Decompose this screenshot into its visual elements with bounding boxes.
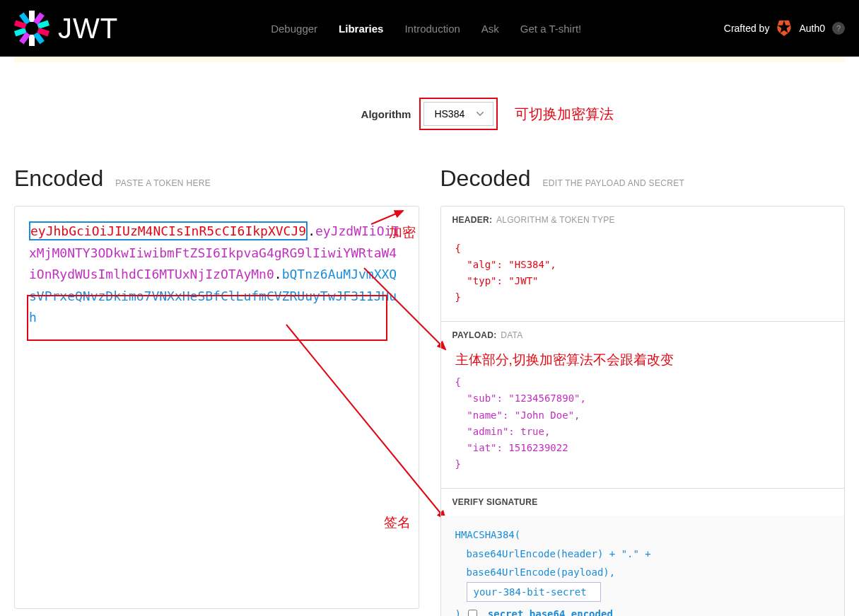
nav-link-libraries[interactable]: Libraries — [339, 23, 383, 35]
algorithm-select[interactable]: HS384 — [423, 102, 493, 126]
verify-section: VERIFY SIGNATURE HMACSHA384( base64UrlEn… — [441, 489, 845, 616]
header-heading: HEADER: ALGORITHM & TOKEN TYPE — [441, 207, 845, 233]
nav-right: Crafted by Auth0 ? — [724, 21, 845, 36]
help-icon[interactable]: ? — [832, 22, 845, 35]
encoded-column: Encoded PASTE A TOKEN HERE eyJhbGciOiJIU… — [14, 165, 419, 609]
header-sublabel: ALGORITHM & TOKEN TYPE — [496, 215, 615, 225]
algorithm-row: Algorithm HS384 可切换加密算法 — [14, 98, 845, 130]
auth0-icon[interactable] — [776, 21, 792, 36]
payload-json[interactable]: { "sub": "1234567890", "name": "John Doe… — [441, 367, 845, 488]
signature-block: HMACSHA384( base64UrlEncode(header) + ".… — [441, 516, 845, 616]
banner-strip — [14, 57, 845, 62]
decoded-column: Decoded EDIT THE PAYLOAD AND SECRET HEAD… — [440, 165, 846, 616]
decoded-subtitle: EDIT THE PAYLOAD AND SECRET — [542, 178, 684, 188]
auth0-label[interactable]: Auth0 — [799, 23, 825, 34]
algorithm-label: Algorithm — [361, 108, 411, 120]
encoded-title: Encoded PASTE A TOKEN HERE — [14, 165, 419, 192]
navbar: JWT Debugger Libraries Introduction Ask … — [0, 0, 859, 57]
secret-input[interactable] — [467, 582, 601, 602]
crafted-by-label: Crafted by — [724, 23, 770, 34]
payload-sublabel: DATA — [501, 330, 522, 340]
logo[interactable]: JWT — [14, 11, 118, 46]
header-label: HEADER: — [452, 215, 493, 225]
sig-line-2: base64UrlEncode(payload), — [455, 563, 831, 582]
token-header: eyJhbGciOiJIUzM4NCIsInR5cCI6IkpXVCJ9 — [30, 223, 306, 238]
sig-close-line: ) secret base64 encoded — [455, 605, 831, 616]
decoded-box: HEADER: ALGORITHM & TOKEN TYPE { "alg": … — [440, 206, 846, 616]
payload-section: PAYLOAD: DATA 主体部分,切换加密算法不会跟着改变 { "sub":… — [441, 322, 845, 489]
encoded-token-box[interactable]: eyJhbGciOiJIUzM4NCIsInR5cCI6IkpXVCJ9.eyJ… — [14, 206, 419, 609]
token-dot-1: . — [308, 223, 315, 238]
payload-label: PAYLOAD: — [452, 330, 497, 340]
nav-link-debugger[interactable]: Debugger — [271, 23, 317, 35]
annotation-algorithm: 可切换加密算法 — [515, 105, 614, 124]
sig-line-1: base64UrlEncode(header) + "." + — [455, 545, 831, 564]
payload-heading: PAYLOAD: DATA — [441, 322, 845, 349]
header-json[interactable]: { "alg": "HS384", "typ": "JWT" } — [441, 233, 845, 321]
header-section: HEADER: ALGORITHM & TOKEN TYPE { "alg": … — [441, 207, 845, 322]
secret-base64-label: secret base64 encoded — [488, 608, 613, 616]
sig-close-paren: ) — [455, 608, 461, 616]
nav-links: Debugger Libraries Introduction Ask Get … — [271, 23, 581, 35]
nav-link-tshirt[interactable]: Get a T-shirt! — [520, 23, 581, 35]
verify-heading: VERIFY SIGNATURE — [441, 489, 845, 516]
decoded-title-text: Decoded — [440, 165, 531, 191]
nav-link-ask[interactable]: Ask — [481, 23, 499, 35]
jwt-logo-icon — [14, 11, 49, 46]
encoded-subtitle: PASTE A TOKEN HERE — [115, 178, 211, 188]
token-dot-2: . — [274, 267, 282, 281]
sig-func: HMACSHA384( — [455, 525, 831, 545]
svg-rect-0 — [29, 11, 35, 22]
svg-rect-1 — [29, 35, 35, 46]
nav-link-introduction[interactable]: Introduction — [404, 23, 460, 35]
secret-base64-checkbox[interactable] — [468, 610, 477, 616]
token-header-highlight: eyJhbGciOiJIUzM4NCIsInR5cCI6IkpXVCJ9 — [29, 221, 308, 240]
algorithm-select-highlight: HS384 — [419, 98, 498, 130]
decoded-title: Decoded EDIT THE PAYLOAD AND SECRET — [440, 165, 846, 192]
logo-text: JWT — [58, 13, 118, 45]
encoded-title-text: Encoded — [14, 165, 103, 191]
nav-left: JWT Debugger Libraries Introduction Ask … — [14, 11, 581, 46]
